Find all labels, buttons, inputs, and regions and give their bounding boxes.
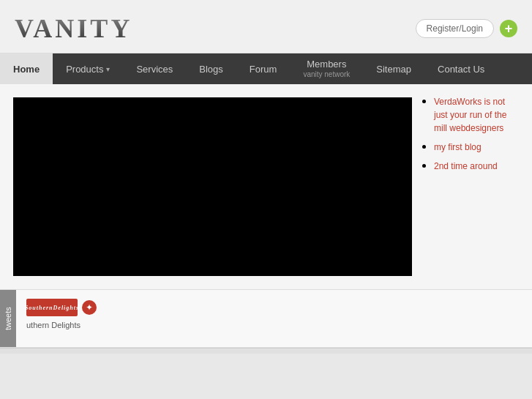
list-item: VerdaWorks is not just your run of the m… [434, 94, 520, 134]
sidebar-links: VerdaWorks is not just your run of the m… [424, 94, 520, 172]
twitter-icon: ✦ [82, 300, 97, 315]
list-item: 2nd time around [434, 159, 520, 172]
site-logo: VANITY [15, 13, 132, 44]
main-content: VerdaWorks is not just your run of the m… [0, 84, 532, 289]
tweets-content: SouthernDelights ✦ uthern Delights [16, 290, 532, 347]
header-actions: Register/Login + [416, 19, 517, 38]
main-nav: Home Products ▾ Services Blogs Forum Mem… [0, 53, 532, 84]
sidebar: VerdaWorks is not just your run of the m… [412, 84, 532, 289]
sidebar-link-3[interactable]: 2nd time around [434, 161, 498, 171]
plus-button[interactable]: + [500, 20, 517, 37]
register-login-button[interactable]: Register/Login [416, 19, 494, 38]
bottom-bar [0, 348, 532, 354]
nav-item-products[interactable]: Products ▾ [53, 53, 123, 84]
list-item: my first blog [434, 140, 520, 153]
nav-item-blogs[interactable]: Blogs [186, 53, 236, 84]
nav-item-forum[interactable]: Forum [236, 53, 291, 84]
sidebar-link-1[interactable]: VerdaWorks is not just your run of the m… [434, 97, 506, 133]
tweet-username: uthern Delights [26, 321, 522, 329]
sidebar-link-2[interactable]: my first blog [434, 142, 482, 152]
nav-item-home[interactable]: Home [0, 53, 53, 84]
nav-item-members[interactable]: Members vanity network [290, 53, 363, 84]
southern-delights-logo: SouthernDelights [26, 299, 78, 316]
header: VANITY Register/Login + [0, 0, 532, 53]
tweets-panel: tweets SouthernDelights ✦ uthern Delight… [0, 289, 532, 348]
nav-item-sitemap[interactable]: Sitemap [363, 53, 424, 84]
tweets-tab[interactable]: tweets [0, 290, 16, 347]
chevron-down-icon: ▾ [106, 65, 110, 73]
video-player[interactable] [13, 97, 412, 276]
tweets-logo-area: SouthernDelights ✦ [26, 299, 522, 316]
nav-item-contact-us[interactable]: Contact Us [424, 53, 498, 84]
nav-item-services[interactable]: Services [123, 53, 186, 84]
